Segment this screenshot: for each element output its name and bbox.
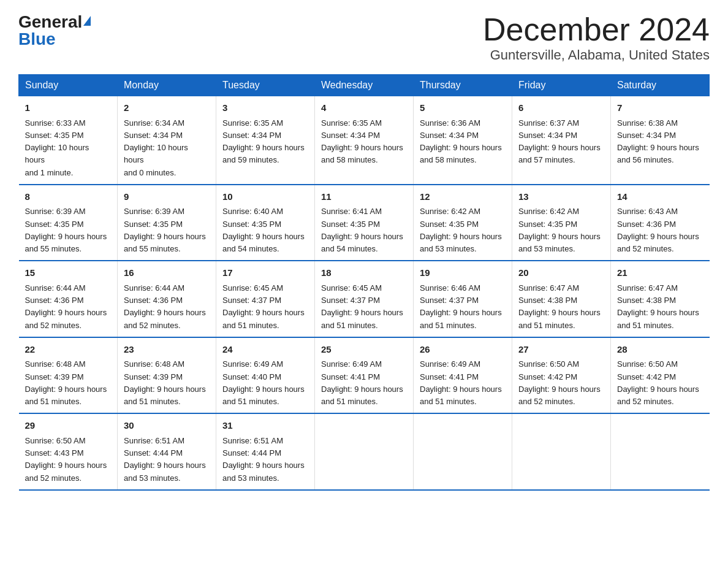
header-tuesday: Tuesday <box>216 75 315 96</box>
day-number: 28 <box>617 343 703 357</box>
day-info: Sunrise: 6:49 AMSunset: 4:41 PMDaylight:… <box>321 359 403 406</box>
calendar-cell: 21Sunrise: 6:47 AMSunset: 4:38 PMDayligh… <box>611 261 710 337</box>
calendar-cell: 29Sunrise: 6:50 AMSunset: 4:43 PMDayligh… <box>19 413 118 490</box>
calendar-cell: 5Sunrise: 6:36 AMSunset: 4:34 PMDaylight… <box>414 96 512 185</box>
day-number: 5 <box>420 101 506 115</box>
day-info: Sunrise: 6:49 AMSunset: 4:40 PMDaylight:… <box>222 359 305 406</box>
logo-arrow-icon <box>83 16 91 26</box>
page-header: General Blue December 2024 Guntersville,… <box>18 12 710 63</box>
day-number: 2 <box>124 101 210 115</box>
calendar-cell: 9Sunrise: 6:39 AMSunset: 4:35 PMDaylight… <box>118 185 216 261</box>
day-info: Sunrise: 6:50 AMSunset: 4:42 PMDaylight:… <box>617 359 699 406</box>
header-monday: Monday <box>118 75 216 96</box>
day-info: Sunrise: 6:50 AMSunset: 4:42 PMDaylight:… <box>518 359 601 406</box>
calendar-cell <box>512 413 611 490</box>
calendar-table: Sunday Monday Tuesday Wednesday Thursday… <box>18 74 710 491</box>
header-thursday: Thursday <box>414 75 512 96</box>
calendar-header: Sunday Monday Tuesday Wednesday Thursday… <box>19 75 710 96</box>
calendar-cell: 24Sunrise: 6:49 AMSunset: 4:40 PMDayligh… <box>216 337 315 414</box>
day-number: 19 <box>420 266 506 280</box>
day-number: 24 <box>222 343 308 357</box>
calendar-body: 1Sunrise: 6:33 AMSunset: 4:35 PMDaylight… <box>19 96 710 490</box>
day-info: Sunrise: 6:51 AMSunset: 4:44 PMDaylight:… <box>124 436 206 483</box>
day-info: Sunrise: 6:43 AMSunset: 4:36 PMDaylight:… <box>617 207 699 253</box>
day-info: Sunrise: 6:39 AMSunset: 4:35 PMDaylight:… <box>124 207 206 253</box>
day-info: Sunrise: 6:38 AMSunset: 4:34 PMDaylight:… <box>617 118 699 165</box>
day-number: 17 <box>222 266 308 280</box>
day-number: 29 <box>25 419 112 433</box>
day-info: Sunrise: 6:42 AMSunset: 4:35 PMDaylight:… <box>518 207 601 253</box>
day-number: 27 <box>518 343 604 357</box>
day-info: Sunrise: 6:45 AMSunset: 4:37 PMDaylight:… <box>321 283 403 330</box>
calendar-cell: 1Sunrise: 6:33 AMSunset: 4:35 PMDaylight… <box>19 96 118 185</box>
day-number: 20 <box>518 266 604 280</box>
calendar-cell <box>611 413 710 490</box>
calendar-cell: 2Sunrise: 6:34 AMSunset: 4:34 PMDaylight… <box>118 96 216 185</box>
page-title: December 2024 <box>483 12 710 47</box>
calendar-cell: 19Sunrise: 6:46 AMSunset: 4:37 PMDayligh… <box>414 261 512 337</box>
day-info: Sunrise: 6:35 AMSunset: 4:34 PMDaylight:… <box>222 118 305 165</box>
day-number: 12 <box>420 190 506 204</box>
day-info: Sunrise: 6:36 AMSunset: 4:34 PMDaylight:… <box>420 118 502 165</box>
day-info: Sunrise: 6:47 AMSunset: 4:38 PMDaylight:… <box>518 283 601 330</box>
day-number: 1 <box>25 101 112 115</box>
header-sunday: Sunday <box>19 75 118 96</box>
day-info: Sunrise: 6:40 AMSunset: 4:35 PMDaylight:… <box>222 207 305 253</box>
day-info: Sunrise: 6:33 AMSunset: 4:35 PMDaylight:… <box>25 118 89 177</box>
day-number: 25 <box>321 343 407 357</box>
calendar-cell: 25Sunrise: 6:49 AMSunset: 4:41 PMDayligh… <box>315 337 414 414</box>
day-number: 9 <box>124 190 210 204</box>
day-info: Sunrise: 6:42 AMSunset: 4:35 PMDaylight:… <box>420 207 502 253</box>
header-saturday: Saturday <box>611 75 710 96</box>
calendar-cell: 23Sunrise: 6:48 AMSunset: 4:39 PMDayligh… <box>118 337 216 414</box>
day-number: 21 <box>617 266 703 280</box>
day-info: Sunrise: 6:41 AMSunset: 4:35 PMDaylight:… <box>321 207 403 253</box>
day-info: Sunrise: 6:51 AMSunset: 4:44 PMDaylight:… <box>222 436 305 483</box>
day-number: 3 <box>222 101 308 115</box>
calendar-cell: 31Sunrise: 6:51 AMSunset: 4:44 PMDayligh… <box>216 413 315 490</box>
calendar-cell: 27Sunrise: 6:50 AMSunset: 4:42 PMDayligh… <box>512 337 611 414</box>
page-subtitle: Guntersville, Alabama, United States <box>483 47 710 63</box>
calendar-cell: 12Sunrise: 6:42 AMSunset: 4:35 PMDayligh… <box>414 185 512 261</box>
calendar-cell: 8Sunrise: 6:39 AMSunset: 4:35 PMDaylight… <box>19 185 118 261</box>
day-info: Sunrise: 6:44 AMSunset: 4:36 PMDaylight:… <box>25 283 107 330</box>
calendar-cell: 17Sunrise: 6:45 AMSunset: 4:37 PMDayligh… <box>216 261 315 337</box>
logo-blue-text: Blue <box>18 29 91 49</box>
calendar-cell: 10Sunrise: 6:40 AMSunset: 4:35 PMDayligh… <box>216 185 315 261</box>
calendar-cell: 14Sunrise: 6:43 AMSunset: 4:36 PMDayligh… <box>611 185 710 261</box>
calendar-cell: 28Sunrise: 6:50 AMSunset: 4:42 PMDayligh… <box>611 337 710 414</box>
day-info: Sunrise: 6:45 AMSunset: 4:37 PMDaylight:… <box>222 283 305 330</box>
header-wednesday: Wednesday <box>315 75 414 96</box>
day-number: 10 <box>222 190 308 204</box>
day-info: Sunrise: 6:49 AMSunset: 4:41 PMDaylight:… <box>420 359 502 406</box>
calendar-cell: 16Sunrise: 6:44 AMSunset: 4:36 PMDayligh… <box>118 261 216 337</box>
day-number: 14 <box>617 190 703 204</box>
day-info: Sunrise: 6:47 AMSunset: 4:38 PMDaylight:… <box>617 283 699 330</box>
calendar-cell: 26Sunrise: 6:49 AMSunset: 4:41 PMDayligh… <box>414 337 512 414</box>
day-info: Sunrise: 6:48 AMSunset: 4:39 PMDaylight:… <box>25 359 107 406</box>
day-info: Sunrise: 6:44 AMSunset: 4:36 PMDaylight:… <box>124 283 206 330</box>
calendar-cell: 6Sunrise: 6:37 AMSunset: 4:34 PMDaylight… <box>512 96 611 185</box>
day-number: 22 <box>25 343 112 357</box>
calendar-cell: 11Sunrise: 6:41 AMSunset: 4:35 PMDayligh… <box>315 185 414 261</box>
calendar-cell: 18Sunrise: 6:45 AMSunset: 4:37 PMDayligh… <box>315 261 414 337</box>
calendar-cell: 13Sunrise: 6:42 AMSunset: 4:35 PMDayligh… <box>512 185 611 261</box>
header-friday: Friday <box>512 75 611 96</box>
day-number: 18 <box>321 266 407 280</box>
day-info: Sunrise: 6:37 AMSunset: 4:34 PMDaylight:… <box>518 118 601 165</box>
day-number: 23 <box>124 343 210 357</box>
day-info: Sunrise: 6:34 AMSunset: 4:34 PMDaylight:… <box>124 118 188 177</box>
day-number: 7 <box>617 101 703 115</box>
day-info: Sunrise: 6:46 AMSunset: 4:37 PMDaylight:… <box>420 283 502 330</box>
day-number: 30 <box>124 419 210 433</box>
day-info: Sunrise: 6:39 AMSunset: 4:35 PMDaylight:… <box>25 207 107 253</box>
day-number: 15 <box>25 266 112 280</box>
calendar-cell: 4Sunrise: 6:35 AMSunset: 4:34 PMDaylight… <box>315 96 414 185</box>
calendar-cell: 22Sunrise: 6:48 AMSunset: 4:39 PMDayligh… <box>19 337 118 414</box>
day-number: 11 <box>321 190 407 204</box>
day-number: 4 <box>321 101 407 115</box>
calendar-cell <box>315 413 414 490</box>
day-info: Sunrise: 6:48 AMSunset: 4:39 PMDaylight:… <box>124 359 206 406</box>
day-number: 31 <box>222 419 308 433</box>
calendar-cell: 20Sunrise: 6:47 AMSunset: 4:38 PMDayligh… <box>512 261 611 337</box>
